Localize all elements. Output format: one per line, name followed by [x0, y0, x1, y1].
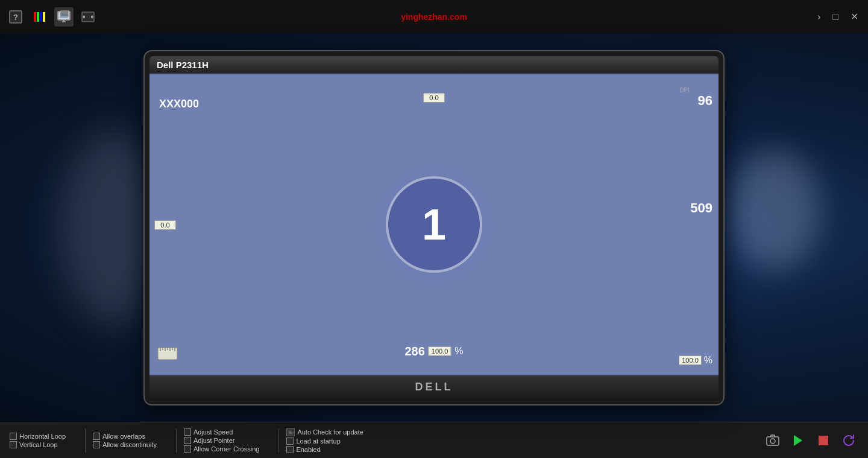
screen-dpi-value: 96: [698, 93, 712, 109]
monitor-active-icon[interactable]: [54, 7, 74, 27]
monitor-wrapper: Dell P2311H XXX000 0.0 DPI 96 0.0: [145, 51, 723, 404]
monitor-bottom-bezel: DELL: [149, 375, 719, 399]
camera-button[interactable]: [763, 431, 782, 450]
titlebar-icons: ?: [6, 7, 98, 27]
svg-rect-2: [34, 12, 36, 22]
load-at-startup-checkbox[interactable]: [286, 437, 294, 445]
screen-bottom-center: 286 100.0 %: [404, 345, 463, 358]
close-button[interactable]: ✕: [847, 10, 862, 24]
svg-point-22: [770, 439, 775, 444]
main-content: Dell P2311H XXX000 0.0 DPI 96 0.0: [0, 33, 868, 422]
bottom-right-box: 100.0: [679, 355, 702, 365]
toolbar-right-icons: [763, 431, 858, 450]
allow-discontinuity-checkbox[interactable]: [93, 441, 100, 448]
auto-check-row[interactable]: ⊞ Auto Check for update: [286, 428, 363, 436]
vertical-loop-checkbox[interactable]: [10, 441, 17, 448]
monitor-title: Dell P2311H: [157, 60, 209, 70]
monitor-screen[interactable]: XXX000 0.0 DPI 96 0.0 1: [149, 74, 719, 375]
screen-bottom-right-percent[interactable]: 100.0 %: [679, 355, 712, 366]
adjust-speed-label: Adjust Speed: [193, 428, 233, 436]
watermark: yinghezhan.com: [401, 12, 467, 22]
bottom-center-box[interactable]: 100.0: [429, 346, 451, 356]
vertical-loop-row[interactable]: Vertical Loop: [10, 441, 66, 448]
svg-rect-24: [819, 436, 828, 445]
allow-discontinuity-label: Allow discontinuity: [102, 441, 157, 448]
toolbar-overlap-section: Allow overlaps Allow discontinuity: [93, 433, 157, 448]
monitor-frame: Dell P2311H XXX000 0.0 DPI 96 0.0: [145, 51, 723, 404]
separator-2: [176, 428, 177, 453]
adjust-pointer-label: Adjust Pointer: [193, 437, 234, 444]
svg-rect-21: [767, 437, 779, 445]
dell-logo: DELL: [415, 381, 453, 393]
separator-1: [85, 428, 86, 453]
bottom-center-value: 286: [404, 345, 424, 358]
vertical-loop-label: Vertical Loop: [19, 441, 58, 448]
arrow-icon[interactable]: [78, 7, 98, 27]
adjust-speed-checkbox[interactable]: [184, 428, 191, 436]
titlebar-controls: › □ ✕: [814, 10, 862, 24]
allow-overlaps-label: Allow overlaps: [102, 433, 145, 440]
screen-circle-display: 1: [386, 176, 482, 273]
svg-text:?: ?: [13, 13, 18, 22]
monitor-screen-wrapper: XXX000 0.0 DPI 96 0.0 1: [149, 74, 719, 375]
refresh-button[interactable]: [839, 431, 858, 450]
bottom-toolbar: Horizontal Loop Vertical Loop Allow over…: [0, 422, 868, 458]
screen-id-label: XXX000: [159, 98, 199, 110]
separator-3: [278, 428, 279, 453]
adjust-speed-row[interactable]: Adjust Speed: [184, 428, 259, 436]
auto-check-label: Auto Check for update: [297, 428, 363, 436]
bottom-center-percent: %: [454, 346, 463, 357]
ruler-icon[interactable]: [157, 343, 178, 364]
horizontal-loop-row[interactable]: Horizontal Loop: [10, 433, 66, 440]
circle-number-text: 1: [422, 200, 446, 249]
horizontal-loop-checkbox[interactable]: [10, 433, 17, 440]
toolbar-speed-section: Adjust Speed Adjust Pointer Allow Corner…: [184, 428, 259, 453]
allow-corner-crossing-label: Allow Corner Crossing: [193, 445, 259, 453]
svg-rect-11: [60, 11, 69, 17]
allow-corner-crossing-checkbox[interactable]: [184, 445, 191, 453]
dpi-label: DPI: [679, 87, 690, 94]
minimize-button[interactable]: ›: [814, 10, 824, 24]
screen-middle-right-value: 509: [690, 200, 712, 216]
bottom-right-percent-sign: %: [704, 355, 712, 366]
load-at-startup-label: Load at startup: [296, 437, 340, 445]
help-icon[interactable]: ?: [6, 7, 25, 27]
svg-marker-23: [794, 435, 802, 446]
maximize-button[interactable]: □: [829, 10, 842, 24]
toolbar-loop-section: Horizontal Loop Vertical Loop: [10, 433, 66, 448]
svg-rect-3: [37, 12, 39, 22]
adjust-pointer-row[interactable]: Adjust Pointer: [184, 437, 259, 444]
stop-button[interactable]: [814, 431, 833, 450]
screen-top-center-value[interactable]: 0.0: [423, 92, 445, 103]
svg-rect-5: [43, 12, 45, 22]
allow-overlaps-row[interactable]: Allow overlaps: [93, 433, 157, 440]
allow-corner-crossing-row[interactable]: Allow Corner Crossing: [184, 445, 259, 453]
color-bars-icon[interactable]: [30, 7, 49, 27]
enabled-row[interactable]: Enabled: [286, 446, 363, 453]
auto-check-icon: ⊞: [286, 428, 295, 436]
screen-middle-left-value[interactable]: 0.0: [154, 219, 176, 230]
play-button[interactable]: [788, 431, 808, 450]
enabled-checkbox[interactable]: [286, 446, 294, 453]
adjust-pointer-checkbox[interactable]: [184, 437, 191, 444]
allow-overlaps-checkbox[interactable]: [93, 433, 100, 440]
horizontal-loop-label: Horizontal Loop: [19, 433, 66, 440]
allow-discontinuity-row[interactable]: Allow discontinuity: [93, 441, 157, 448]
load-at-startup-row[interactable]: Load at startup: [286, 437, 363, 445]
monitor-header: Dell P2311H: [149, 56, 719, 74]
titlebar: ?: [0, 0, 868, 33]
svg-rect-4: [40, 12, 42, 22]
toolbar-update-section: ⊞ Auto Check for update Load at startup …: [286, 428, 363, 453]
bg-decoration-right: [729, 150, 820, 270]
enabled-label: Enabled: [296, 446, 320, 453]
